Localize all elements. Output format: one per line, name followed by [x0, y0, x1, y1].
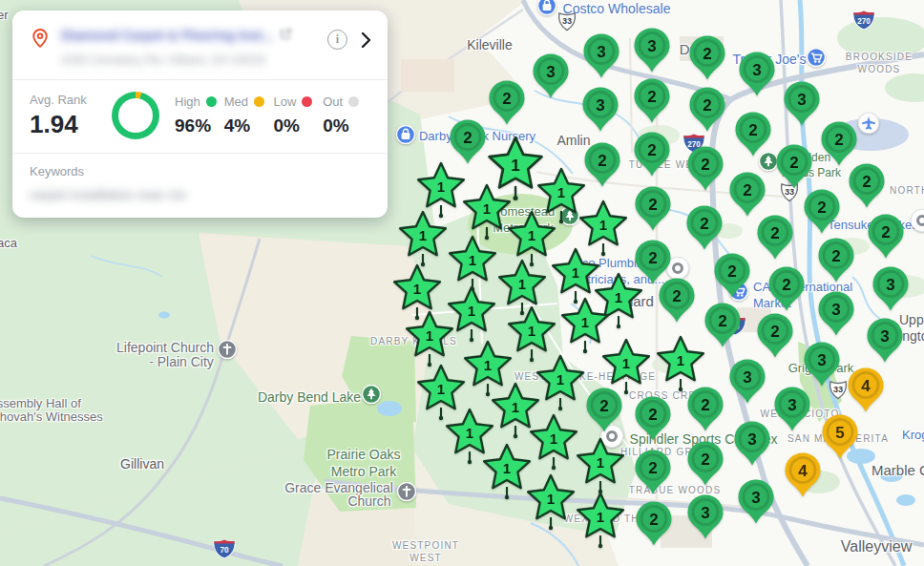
- rank-marker-pin[interactable]: 3: [728, 358, 766, 409]
- rank-marker-pin[interactable]: 3: [532, 52, 570, 104]
- rank-marker-pin[interactable]: 2: [688, 34, 726, 86]
- rank-marker-pin[interactable]: 2: [634, 395, 672, 447]
- svg-text:1: 1: [511, 156, 520, 175]
- business-address: 4263 Cemetery Rd, Hilliard, OH 43026: [61, 53, 304, 67]
- park-tree-icon[interactable]: [362, 385, 382, 409]
- airport-icon[interactable]: [858, 113, 880, 138]
- svg-text:1: 1: [556, 371, 564, 388]
- rank-marker-pin[interactable]: 2: [756, 312, 794, 364]
- rank-marker-pin[interactable]: 2: [713, 252, 751, 304]
- rank-marker-pin[interactable]: 2: [848, 162, 886, 214]
- rank-marker-pin[interactable]: 2: [583, 141, 621, 193]
- svg-text:3: 3: [886, 275, 894, 293]
- avg-rank-label: Avg. Rank: [30, 93, 112, 107]
- rank-marker-pin[interactable]: 3: [582, 32, 620, 84]
- shopping-bag-icon[interactable]: [396, 125, 416, 149]
- rank-marker-pin[interactable]: 2: [585, 387, 623, 438]
- rank-marker-pin[interactable]: 2: [634, 185, 672, 237]
- rank-marker-pin[interactable]: 2: [633, 77, 671, 129]
- legend-high-value: 96%: [175, 115, 224, 136]
- svg-text:2: 2: [748, 120, 757, 138]
- rank-marker-pin[interactable]: 2: [756, 214, 794, 265]
- interstate-shield-icon: 270: [851, 9, 877, 35]
- svg-text:1: 1: [528, 227, 536, 243]
- out-dot-icon: [348, 96, 359, 107]
- rank-marker-star[interactable]: 1: [575, 492, 626, 555]
- rank-marker-pin[interactable]: 2: [686, 440, 724, 492]
- rank-marker-pin[interactable]: 3: [738, 51, 776, 102]
- rank-marker-star[interactable]: 1: [528, 413, 579, 476]
- svg-text:1: 1: [512, 399, 519, 415]
- map-label-locality: WESTPOINTWEST: [392, 539, 459, 564]
- map-label-locality: NORTHWEST: [890, 184, 924, 197]
- svg-text:2: 2: [502, 89, 511, 107]
- svg-text:3: 3: [747, 430, 756, 448]
- map-label-park: Darby Bend Lake: [258, 388, 361, 406]
- svg-text:1: 1: [437, 178, 445, 195]
- rank-marker-pin[interactable]: 2: [686, 145, 724, 197]
- svg-text:2: 2: [648, 195, 657, 213]
- map-label-town: er: [0, 8, 9, 24]
- generic-poi-icon[interactable]: [911, 209, 924, 237]
- svg-text:1: 1: [597, 454, 604, 471]
- info-icon[interactable]: i: [327, 30, 347, 50]
- rank-marker-pin[interactable]: 3: [773, 386, 811, 437]
- rank-marker-pin[interactable]: 3: [581, 86, 620, 137]
- rank-marker-pin[interactable]: 3: [866, 317, 904, 368]
- svg-text:5: 5: [835, 423, 844, 441]
- rank-marker-pin[interactable]: 2: [867, 213, 905, 264]
- rank-marker-pin[interactable]: 2: [817, 237, 855, 288]
- svg-text:2: 2: [770, 223, 779, 241]
- rank-marker-pin[interactable]: 5: [821, 413, 859, 465]
- svg-text:1: 1: [572, 264, 579, 281]
- rank-marker-pin[interactable]: 2: [635, 500, 673, 552]
- rank-marker-pin[interactable]: 2: [734, 111, 772, 162]
- rank-marker-pin[interactable]: 2: [658, 277, 696, 328]
- rank-marker-pin[interactable]: 4: [784, 451, 822, 503]
- svg-text:3: 3: [817, 350, 826, 368]
- svg-text:3: 3: [751, 488, 760, 506]
- svg-text:1: 1: [622, 355, 630, 371]
- rank-marker-pin[interactable]: 2: [634, 449, 672, 500]
- avg-rank-value: 1.94: [30, 110, 112, 139]
- rank-marker-pin[interactable]: 4: [847, 367, 885, 418]
- rank-marker-pin[interactable]: 2: [803, 188, 841, 240]
- svg-text:1: 1: [413, 281, 421, 297]
- rank-marker-pin[interactable]: 3: [686, 493, 724, 545]
- shopping-cart-icon[interactable]: [807, 48, 827, 72]
- rank-marker-pin[interactable]: 3: [803, 341, 841, 392]
- shopping-bag-icon[interactable]: [537, 0, 557, 20]
- rank-marker-pin[interactable]: 2: [775, 143, 813, 195]
- church-icon[interactable]: [397, 482, 417, 506]
- svg-text:2: 2: [703, 95, 711, 114]
- svg-text:2: 2: [789, 153, 798, 171]
- interstate-shield-icon: 70: [212, 537, 238, 564]
- rank-marker-pin[interactable]: 2: [688, 86, 726, 137]
- svg-text:4: 4: [798, 461, 808, 479]
- rank-marker-pin[interactable]: 2: [685, 204, 724, 256]
- svg-text:2: 2: [782, 275, 790, 293]
- svg-text:1: 1: [483, 200, 491, 217]
- rank-marker-star[interactable]: 1: [535, 354, 586, 417]
- rank-marker-pin[interactable]: 3: [733, 420, 771, 472]
- rank-marker-pin[interactable]: 3: [633, 27, 671, 78]
- chevron-right-icon[interactable]: [360, 31, 372, 50]
- rank-marker-pin[interactable]: 2: [488, 79, 526, 131]
- church-icon[interactable]: [218, 340, 238, 364]
- rank-marker-pin[interactable]: 2: [633, 131, 671, 182]
- rank-marker-pin[interactable]: 2: [686, 386, 724, 437]
- svg-text:2: 2: [703, 44, 711, 62]
- svg-text:2: 2: [817, 198, 826, 216]
- rank-marker-pin[interactable]: 2: [767, 265, 806, 317]
- business-name[interactable]: Diamond Carpet & Flooring Inst...: [61, 28, 273, 43]
- rank-marker-star[interactable]: 1: [525, 473, 577, 536]
- rank-marker-pin[interactable]: 2: [704, 302, 742, 353]
- rank-marker-pin[interactable]: 3: [817, 290, 855, 342]
- rank-marker-pin[interactable]: 3: [783, 80, 821, 132]
- svg-text:1: 1: [597, 509, 604, 525]
- external-link-icon[interactable]: [280, 27, 292, 44]
- rank-marker-pin[interactable]: 3: [737, 478, 775, 530]
- svg-text:1: 1: [599, 217, 607, 233]
- map-label-business: Kroger: [902, 428, 924, 444]
- rank-marker-pin[interactable]: 3: [872, 265, 910, 317]
